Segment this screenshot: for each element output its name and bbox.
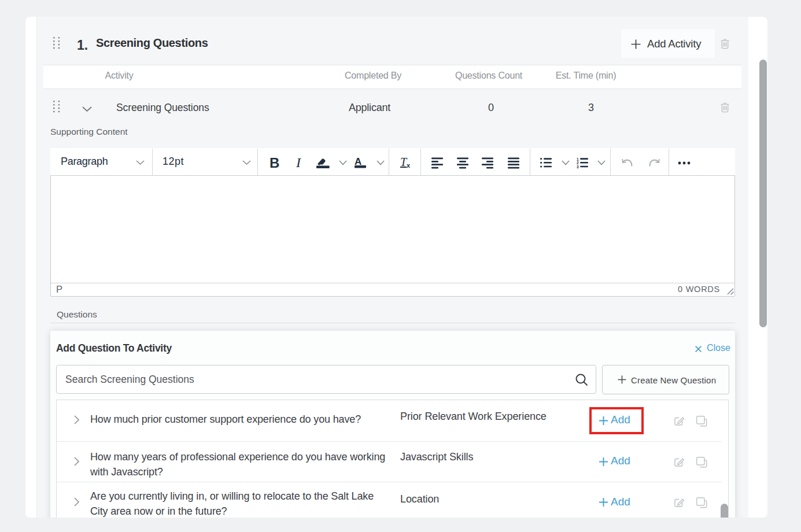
svg-text:3: 3 [577,165,579,169]
